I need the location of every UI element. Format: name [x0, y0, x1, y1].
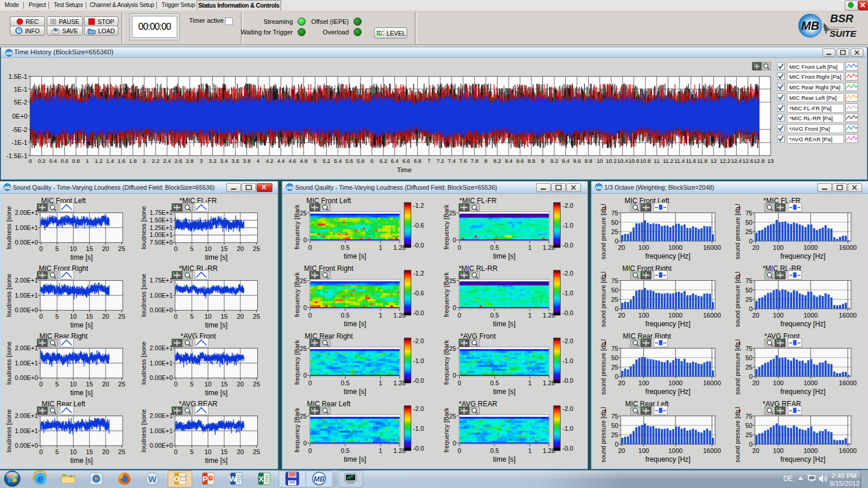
svg-text:-1.0: -1.0: [562, 222, 573, 229]
svg-text:5: 5: [190, 448, 194, 455]
svg-text:1.28: 1.28: [542, 244, 555, 251]
svg-text:12.8: 12.8: [754, 158, 765, 164]
svg-text:100: 100: [773, 244, 783, 251]
svg-text:10: 10: [69, 245, 76, 252]
svg-text:-0.0: -0.0: [562, 309, 573, 316]
svg-text:frequency [Hz]: frequency [Hz]: [780, 320, 825, 328]
svg-text:0.00E+0: 0.00E+0: [15, 374, 38, 381]
svg-text:10.6: 10.6: [628, 158, 639, 164]
svg-text:loudness [sone: loudness [sone: [140, 341, 147, 385]
svg-text:2.00E+1: 2.00E+1: [15, 209, 38, 216]
svg-text:frequency [Bark: frequency [Bark: [443, 340, 450, 385]
svg-text:20: 20: [618, 447, 625, 454]
svg-text:time [s]: time [s]: [493, 388, 516, 396]
svg-text:10: 10: [204, 245, 211, 252]
svg-text:0: 0: [303, 372, 307, 379]
svg-text:sound pressure [db l: sound pressure [db l: [734, 407, 741, 462]
svg-text:frequency [Hz]: frequency [Hz]: [645, 388, 690, 396]
svg-text:0: 0: [457, 379, 461, 386]
svg-text:0.00E+0: 0.00E+0: [150, 374, 173, 381]
svg-text:time [s]: time [s]: [344, 388, 366, 396]
svg-text:75: 75: [746, 277, 752, 284]
svg-text:75: 75: [746, 210, 752, 217]
svg-text:3.6: 3.6: [232, 158, 239, 164]
svg-text:5.2: 5.2: [323, 158, 330, 164]
svg-text:0: 0: [308, 244, 312, 251]
svg-text:20: 20: [102, 313, 109, 320]
svg-text:0.5: 0.5: [490, 447, 499, 454]
svg-text:-0.0: -0.0: [413, 309, 424, 316]
svg-text:O: O: [174, 475, 179, 483]
svg-text:15: 15: [220, 448, 228, 455]
svg-text:25: 25: [746, 364, 752, 371]
svg-text:0: 0: [453, 440, 456, 447]
svg-text:time [s]: time [s]: [344, 252, 366, 260]
svg-text:-1.0: -1.0: [562, 357, 573, 364]
svg-text:-1.0: -1.0: [413, 425, 424, 432]
svg-text:11.2: 11.2: [663, 158, 673, 164]
svg-text:0.5: 0.5: [341, 244, 349, 251]
svg-text:16000: 16000: [839, 447, 857, 454]
svg-text:1000: 1000: [803, 447, 817, 454]
svg-text:25: 25: [449, 210, 456, 217]
svg-text:0: 0: [457, 312, 461, 319]
svg-text:2.00E+1: 2.00E+1: [150, 412, 173, 419]
svg-text:loudness [sone: loudness [sone: [5, 206, 12, 249]
svg-text:sound pressure [db l: sound pressure [db l: [734, 339, 741, 395]
svg-text:13: 13: [768, 158, 774, 164]
svg-text:8: 8: [484, 158, 487, 164]
svg-text:0.5: 0.5: [341, 379, 349, 386]
svg-text:1: 1: [86, 158, 89, 164]
svg-text:1.00E+1: 1.00E+1: [150, 231, 173, 238]
svg-text:20: 20: [752, 447, 759, 454]
svg-text:time [s]: time [s]: [70, 456, 93, 465]
svg-text:7: 7: [428, 158, 430, 164]
svg-text:50: 50: [611, 287, 618, 294]
svg-text:1.50E+1: 1.50E+1: [150, 217, 173, 224]
svg-text:5: 5: [190, 381, 194, 388]
svg-text:0.00E+0: 0.00E+0: [150, 442, 173, 449]
svg-text:7.8: 7.8: [471, 158, 478, 164]
svg-text:20: 20: [237, 381, 244, 388]
svg-text:-1.5E-1: -1.5E-1: [6, 152, 27, 159]
svg-text:time [s]: time [s]: [493, 252, 516, 260]
svg-text:1000: 1000: [668, 447, 682, 454]
svg-text:10.8: 10.8: [640, 158, 651, 164]
svg-text:12.4: 12.4: [731, 158, 742, 164]
svg-text:8.4: 8.4: [505, 158, 512, 164]
svg-text:2.4: 2.4: [163, 158, 171, 164]
svg-text:7.2: 7.2: [436, 158, 444, 164]
svg-text:-0.6: -0.6: [413, 290, 424, 297]
svg-text:20: 20: [237, 245, 244, 252]
svg-text:1.28: 1.28: [393, 447, 405, 454]
svg-text:time [s]: time [s]: [205, 253, 228, 262]
svg-text:10: 10: [597, 158, 603, 164]
svg-text:1000: 1000: [668, 379, 682, 386]
svg-text:1.4: 1.4: [106, 158, 114, 164]
svg-text:16000: 16000: [703, 447, 721, 454]
svg-text:1.00E+1: 1.00E+1: [15, 427, 38, 434]
svg-text:0: 0: [303, 440, 307, 447]
svg-text:10: 10: [69, 448, 76, 455]
svg-text:loudness [sone: loudness [sone: [5, 341, 12, 385]
svg-text:12.6: 12.6: [743, 158, 754, 164]
svg-text:100: 100: [638, 447, 649, 454]
svg-text:0.00E+0: 0.00E+0: [15, 306, 38, 313]
svg-text:1: 1: [379, 312, 382, 319]
svg-text:12: 12: [710, 158, 717, 164]
svg-text:75: 75: [611, 277, 618, 284]
svg-text:4.6: 4.6: [288, 158, 296, 164]
svg-text:25: 25: [253, 448, 260, 455]
svg-text:15: 15: [86, 313, 93, 320]
svg-text:25: 25: [118, 245, 125, 252]
svg-text:6.6: 6.6: [402, 158, 410, 164]
svg-text:20: 20: [237, 313, 244, 320]
svg-text:5: 5: [55, 245, 59, 252]
svg-text:25: 25: [746, 431, 752, 438]
svg-text:MB: MB: [6, 51, 13, 56]
svg-text:2.8: 2.8: [186, 158, 194, 164]
svg-text:20: 20: [752, 379, 759, 386]
svg-text:10.2: 10.2: [606, 158, 617, 164]
svg-text:16000: 16000: [839, 244, 857, 251]
svg-text:25: 25: [253, 381, 260, 388]
